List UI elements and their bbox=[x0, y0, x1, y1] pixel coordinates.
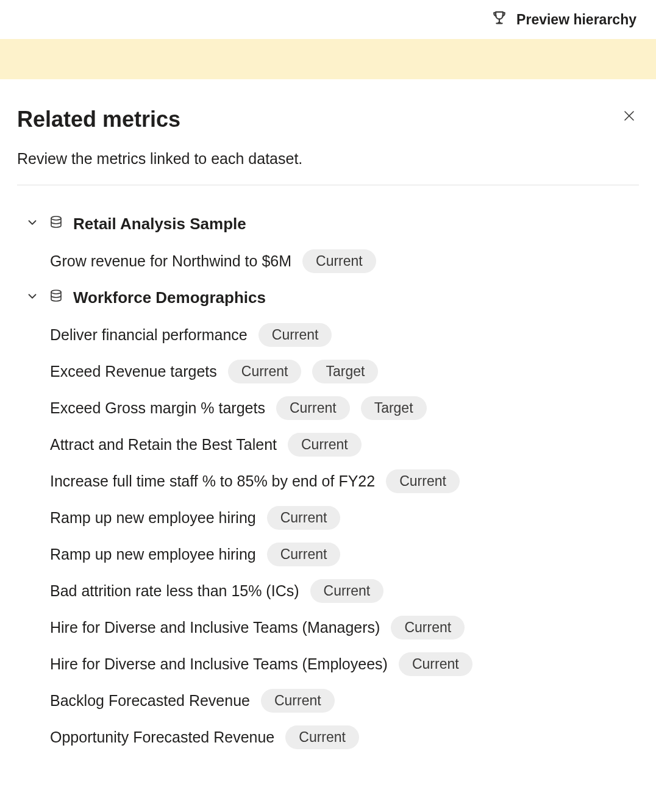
metric-name: Bad attrition rate less than 15% (ICs) bbox=[50, 582, 299, 600]
panel-header: Related metrics Review the metrics linke… bbox=[17, 107, 639, 185]
metric-tag[interactable]: Current bbox=[399, 652, 472, 676]
database-icon bbox=[49, 215, 63, 232]
metric-name: Increase full time staff % to 85% by end… bbox=[50, 472, 375, 490]
metric-name: Exceed Gross margin % targets bbox=[50, 399, 265, 417]
dataset-items: Deliver financial performanceCurrentExce… bbox=[26, 322, 639, 751]
metric-tag[interactable]: Current bbox=[310, 579, 384, 603]
preview-hierarchy-button[interactable]: Preview hierarchy bbox=[491, 9, 636, 30]
metric-row[interactable]: Ramp up new employee hiringCurrent bbox=[50, 541, 639, 568]
metric-row[interactable]: Hire for Diverse and Inclusive Teams (Ma… bbox=[50, 614, 639, 641]
preview-hierarchy-label: Preview hierarchy bbox=[516, 12, 636, 28]
metric-row[interactable]: Opportunity Forecasted RevenueCurrent bbox=[50, 724, 639, 751]
metric-tag[interactable]: Current bbox=[258, 323, 332, 347]
dataset-items: Grow revenue for Northwind to $6MCurrent bbox=[26, 248, 639, 275]
dataset-group-header[interactable]: Workforce Demographics bbox=[26, 288, 639, 307]
panel-titles: Related metrics Review the metrics linke… bbox=[17, 107, 302, 168]
dataset-name: Workforce Demographics bbox=[73, 288, 266, 307]
metric-name: Hire for Diverse and Inclusive Teams (Em… bbox=[50, 655, 388, 673]
metric-tag[interactable]: Current bbox=[267, 506, 341, 530]
metric-row[interactable]: Grow revenue for Northwind to $6MCurrent bbox=[50, 248, 639, 275]
panel-title: Related metrics bbox=[17, 107, 302, 132]
metric-row[interactable]: Exceed Revenue targetsCurrentTarget bbox=[50, 358, 639, 385]
metric-tag[interactable]: Target bbox=[361, 396, 427, 420]
metric-row[interactable]: Bad attrition rate less than 15% (ICs)Cu… bbox=[50, 578, 639, 605]
chevron-down-icon bbox=[26, 216, 39, 232]
metric-tag[interactable]: Current bbox=[391, 616, 465, 639]
chevron-down-icon bbox=[26, 290, 39, 305]
metric-row[interactable]: Exceed Gross margin % targetsCurrentTarg… bbox=[50, 395, 639, 422]
dataset-name: Retail Analysis Sample bbox=[73, 215, 246, 233]
metric-row[interactable]: Backlog Forecasted RevenueCurrent bbox=[50, 688, 639, 714]
trophy-icon bbox=[491, 9, 508, 30]
metric-tag[interactable]: Current bbox=[386, 469, 460, 493]
metric-row[interactable]: Hire for Diverse and Inclusive Teams (Em… bbox=[50, 651, 639, 678]
metric-tag[interactable]: Current bbox=[228, 360, 302, 383]
metric-tag[interactable]: Current bbox=[288, 433, 362, 457]
dataset-group: Workforce DemographicsDeliver financial … bbox=[26, 288, 639, 751]
close-icon bbox=[622, 115, 636, 125]
close-button[interactable] bbox=[619, 106, 639, 128]
metric-name: Ramp up new employee hiring bbox=[50, 509, 256, 527]
related-metrics-panel: Related metrics Review the metrics linke… bbox=[0, 79, 656, 751]
metric-name: Hire for Diverse and Inclusive Teams (Ma… bbox=[50, 619, 380, 636]
metric-row[interactable]: Increase full time staff % to 85% by end… bbox=[50, 468, 639, 495]
metrics-list: Retail Analysis SampleGrow revenue for N… bbox=[17, 185, 639, 751]
metric-tag[interactable]: Current bbox=[302, 249, 376, 273]
metric-row[interactable]: Ramp up new employee hiringCurrent bbox=[50, 505, 639, 532]
svg-point-3 bbox=[51, 290, 61, 294]
notification-banner bbox=[0, 39, 656, 79]
metric-row[interactable]: Attract and Retain the Best TalentCurren… bbox=[50, 432, 639, 458]
metric-tag[interactable]: Current bbox=[267, 543, 341, 566]
metric-tag[interactable]: Current bbox=[285, 725, 359, 749]
metric-tag[interactable]: Target bbox=[312, 360, 378, 383]
database-icon bbox=[49, 289, 63, 306]
dataset-group: Retail Analysis SampleGrow revenue for N… bbox=[26, 215, 639, 275]
topbar: Preview hierarchy bbox=[0, 0, 656, 39]
metric-name: Deliver financial performance bbox=[50, 326, 248, 344]
metric-name: Grow revenue for Northwind to $6M bbox=[50, 252, 291, 270]
panel-subtitle: Review the metrics linked to each datase… bbox=[17, 150, 302, 168]
metric-name: Opportunity Forecasted Revenue bbox=[50, 728, 274, 746]
metric-name: Attract and Retain the Best Talent bbox=[50, 436, 277, 454]
svg-point-2 bbox=[51, 216, 61, 220]
metric-name: Ramp up new employee hiring bbox=[50, 546, 256, 563]
metric-name: Exceed Revenue targets bbox=[50, 363, 217, 380]
dataset-group-header[interactable]: Retail Analysis Sample bbox=[26, 215, 639, 233]
metric-tag[interactable]: Current bbox=[276, 396, 350, 420]
metric-tag[interactable]: Current bbox=[261, 689, 335, 713]
metric-name: Backlog Forecasted Revenue bbox=[50, 692, 250, 710]
metric-row[interactable]: Deliver financial performanceCurrent bbox=[50, 322, 639, 349]
